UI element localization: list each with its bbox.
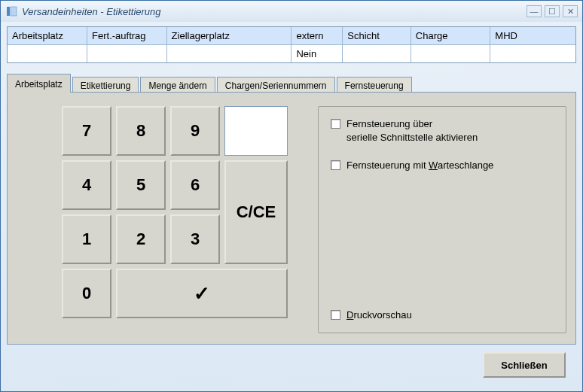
keypad-display[interactable] bbox=[224, 106, 288, 156]
maximize-button[interactable]: ☐ bbox=[545, 5, 560, 17]
chk-remote-queue-row: Fernsteuerung mit Warteschlange bbox=[331, 159, 554, 172]
cell-arbeitsplatz[interactable] bbox=[8, 45, 87, 63]
titlebar: Versandeinheiten - Etikettierung — ☐ ✕ bbox=[1, 1, 582, 22]
minimize-button[interactable]: — bbox=[527, 5, 542, 17]
svg-rect-0 bbox=[7, 7, 10, 16]
tab-arbeitsplatz[interactable]: Arbeitsplatz bbox=[7, 74, 71, 93]
chk-preview[interactable] bbox=[331, 310, 340, 320]
spacer bbox=[331, 187, 554, 294]
cell-schicht[interactable] bbox=[343, 45, 411, 63]
cell-charge[interactable] bbox=[411, 45, 490, 63]
keypad-1[interactable]: 1 bbox=[62, 214, 111, 264]
window-title: Versandeinheiten - Etikettierung bbox=[22, 6, 527, 17]
window-controls: — ☐ ✕ bbox=[527, 5, 578, 17]
keypad-4[interactable]: 4 bbox=[62, 160, 111, 210]
close-button[interactable]: Schließen bbox=[483, 352, 566, 378]
col-charge[interactable]: Charge bbox=[411, 27, 490, 45]
tab-strip: Arbeitsplatz Etikettierung Menge ändern … bbox=[7, 74, 576, 93]
keypad-7[interactable]: 7 bbox=[62, 106, 111, 156]
chk-remote-serial-label[interactable]: Fernsteuerung über serielle Schnittstell… bbox=[346, 117, 478, 144]
footer: Schließen bbox=[7, 345, 576, 385]
cell-ziellagerplatz[interactable] bbox=[166, 45, 292, 63]
keypad-0[interactable]: 0 bbox=[62, 269, 111, 318]
keypad-clear[interactable]: C/CE bbox=[224, 160, 288, 264]
keypad-2[interactable]: 2 bbox=[116, 214, 166, 264]
options-panel: Fernsteuerung über serielle Schnittstell… bbox=[318, 106, 566, 333]
client-area: Arbeitsplatz Fert.-auftrag Ziellagerplat… bbox=[1, 22, 582, 391]
chk-remote-queue[interactable] bbox=[331, 160, 340, 170]
col-ziellagerplatz[interactable]: Ziellagerplatz bbox=[166, 27, 292, 45]
chk-preview-label[interactable]: Druckvorschau bbox=[346, 308, 412, 322]
cell-fertauftrag[interactable] bbox=[87, 45, 167, 63]
col-extern[interactable]: extern bbox=[292, 27, 343, 45]
grid-data-row[interactable]: Nein bbox=[8, 45, 575, 63]
chk-preview-row: Druckvorschau bbox=[331, 308, 554, 322]
keypad: 7 8 9 4 5 6 C/CE 1 2 3 0 ✓ bbox=[17, 106, 318, 333]
col-mhd[interactable]: MHD bbox=[490, 27, 575, 45]
tab-page-arbeitsplatz: 7 8 9 4 5 6 C/CE 1 2 3 0 ✓ bbox=[7, 92, 576, 345]
keypad-9[interactable]: 9 bbox=[170, 106, 220, 156]
keypad-8[interactable]: 8 bbox=[116, 106, 166, 156]
grid-header-row: Arbeitsplatz Fert.-auftrag Ziellagerplat… bbox=[8, 27, 575, 45]
chk-remote-queue-label[interactable]: Fernsteuerung mit Warteschlange bbox=[346, 159, 493, 172]
keypad-5[interactable]: 5 bbox=[116, 160, 166, 210]
col-schicht[interactable]: Schicht bbox=[343, 27, 411, 45]
chk-remote-serial-row: Fernsteuerung über serielle Schnittstell… bbox=[331, 117, 554, 144]
close-window-button[interactable]: ✕ bbox=[563, 5, 578, 17]
cell-mhd[interactable] bbox=[490, 45, 575, 63]
svg-rect-1 bbox=[11, 7, 17, 16]
keypad-3[interactable]: 3 bbox=[170, 214, 220, 264]
col-fertauftrag[interactable]: Fert.-auftrag bbox=[87, 27, 167, 45]
col-arbeitsplatz[interactable]: Arbeitsplatz bbox=[8, 27, 87, 45]
keypad-6[interactable]: 6 bbox=[170, 160, 220, 210]
app-window: Versandeinheiten - Etikettierung — ☐ ✕ A… bbox=[0, 0, 583, 392]
app-icon bbox=[5, 5, 17, 17]
check-icon: ✓ bbox=[194, 282, 210, 305]
keypad-ok[interactable]: ✓ bbox=[116, 269, 288, 318]
chk-remote-serial[interactable] bbox=[331, 119, 340, 129]
cell-extern[interactable]: Nein bbox=[292, 45, 343, 63]
header-grid: Arbeitsplatz Fert.-auftrag Ziellagerplat… bbox=[7, 26, 576, 63]
